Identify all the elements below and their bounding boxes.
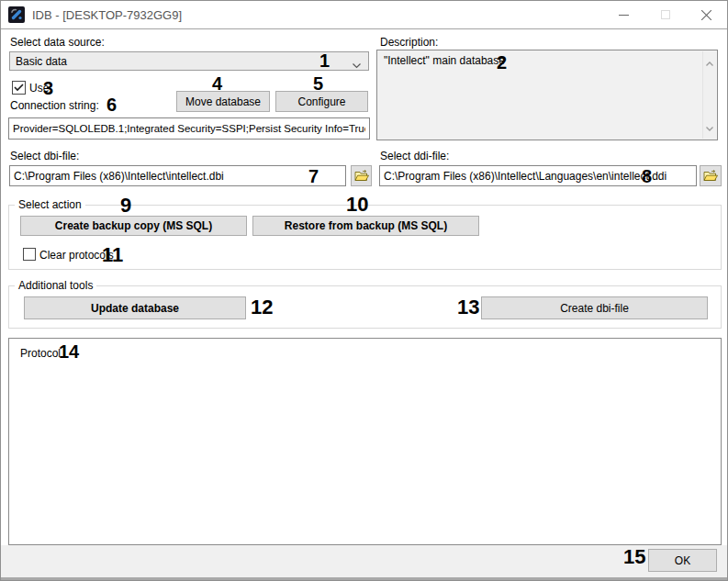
annotation-2: 2 <box>497 53 507 72</box>
ddi-file-label: Select ddi-file: <box>380 150 449 162</box>
annotation-3: 3 <box>43 79 53 97</box>
clear-protocols-checkbox[interactable] <box>23 248 36 261</box>
window-title: IDB - [DESKTOP-7932GG9] <box>32 8 182 22</box>
dbi-file-label: Select dbi-file: <box>10 150 79 162</box>
select-action-legend: Select action <box>15 198 85 211</box>
data-source-label: Select data source: <box>10 36 105 49</box>
close-button[interactable] <box>686 1 727 28</box>
description-textarea[interactable]: "Intellect" main database <box>376 50 718 140</box>
connection-string-label: Connection string: <box>10 99 99 112</box>
annotation-1: 1 <box>319 51 330 70</box>
annotation-10: 10 <box>346 195 368 215</box>
annotation-4: 4 <box>212 74 222 93</box>
maximize-icon <box>661 10 670 19</box>
folder-open-icon <box>354 170 369 182</box>
update-database-button[interactable]: Update database <box>24 296 246 319</box>
ok-button[interactable]: OK <box>648 549 717 572</box>
protocol-label: Protocol <box>20 347 61 360</box>
window-controls <box>603 1 727 28</box>
chevron-down-icon[interactable] <box>706 121 713 134</box>
description-label: Description: <box>380 36 438 49</box>
annotation-6: 6 <box>106 95 117 114</box>
data-source-value: Basic data <box>16 55 67 68</box>
description-scrollbar[interactable] <box>702 51 716 139</box>
create-backup-button[interactable]: Create backup copy (MS SQL) <box>20 216 247 236</box>
annotation-15: 15 <box>623 547 645 567</box>
window-bottom-edge <box>1 577 727 581</box>
description-value: "Intellect" main database <box>384 54 505 67</box>
data-source-combobox[interactable]: Basic data <box>9 51 369 71</box>
idb-window: IDB - [DESKTOP-7932GG9] Select data sour… <box>0 0 728 581</box>
chevron-up-icon[interactable] <box>706 56 713 69</box>
maximize-button[interactable] <box>644 1 686 28</box>
idb-app-icon <box>8 6 25 23</box>
protocol-panel[interactable]: Protocol <box>8 338 722 545</box>
annotation-13: 13 <box>457 297 479 318</box>
annotation-9: 9 <box>120 196 131 216</box>
minimize-button[interactable] <box>603 1 644 28</box>
dbi-file-field[interactable] <box>9 165 346 186</box>
annotation-8: 8 <box>642 167 652 185</box>
configure-button[interactable]: Configure <box>275 91 368 112</box>
check-icon <box>14 84 24 92</box>
use-checkbox[interactable] <box>12 81 26 95</box>
connection-string-field[interactable] <box>8 117 370 140</box>
annotation-11: 11 <box>102 245 123 265</box>
annotation-5: 5 <box>313 74 323 93</box>
create-dbi-button[interactable]: Create dbi-file <box>481 296 708 319</box>
footer <box>1 545 727 577</box>
additional-tools-legend: Additional tools <box>15 279 96 292</box>
ddi-browse-button[interactable] <box>700 165 722 186</box>
chevron-down-icon <box>353 59 361 72</box>
annotation-12: 12 <box>251 297 273 318</box>
dbi-browse-button[interactable] <box>351 165 372 186</box>
folder-open-icon <box>703 170 718 182</box>
annotation-7: 7 <box>308 167 319 185</box>
titlebar: IDB - [DESKTOP-7932GG9] <box>1 1 727 29</box>
restore-backup-button[interactable]: Restore from backup (MS SQL) <box>252 216 479 236</box>
move-database-button[interactable]: Move database <box>176 91 270 112</box>
annotation-14: 14 <box>59 342 79 361</box>
